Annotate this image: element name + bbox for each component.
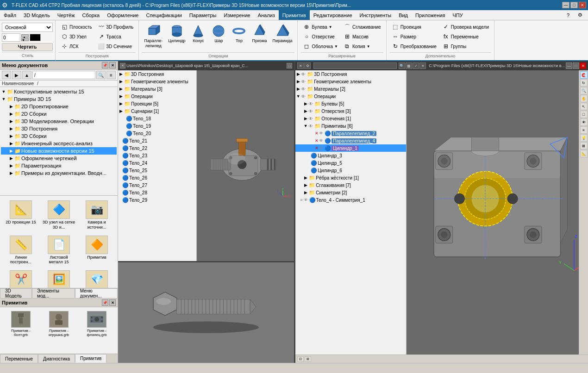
expand-icon[interactable]: ▶ [8,163,14,168]
right-vp-search[interactable] [313,62,397,69]
3dsection-button[interactable]: ⬜ 3D Сечение [95,42,136,51]
prism-button[interactable]: Призма [250,22,269,45]
menu-file[interactable]: Файл [0,10,20,20]
expand-icon[interactable]: ▶ [8,126,14,131]
tree-item[interactable]: ▶ 📁 2D Проектирование [1,103,117,110]
tree-item[interactable]: 🔵 Тело_24 [118,159,196,167]
tree-item[interactable]: ▶ 📁 Оформление чертежей [1,155,117,162]
minimize-button[interactable]: — [562,2,569,8]
thumb-2dproj[interactable]: 📐 2D проекции 15 [3,199,39,232]
right-vp-tree[interactable]: ▶ 👁 📁 3D Построения ▶ 👁 📁 Геометрические… [295,70,407,354]
menu-help[interactable]: ? [563,12,573,19]
fillet-button[interactable]: ⌒ Сглаживание [341,22,383,31]
thumb-faces[interactable]: ✂️ Разделение граней [3,268,39,288]
tree-item[interactable]: ▶ 📁 3D Построения [118,70,196,78]
nav-forward-button[interactable]: ▶ [12,71,21,79]
vp-zoom-icon[interactable]: 🔍 [580,87,588,94]
primitiv-pin-icon[interactable]: 📌 [102,299,108,306]
num-up[interactable]: ▲ [21,34,29,37]
nav-up-button[interactable]: ▲ [22,71,31,79]
pyramid-button[interactable]: Пирамида [270,22,294,45]
vp-left-close-icon[interactable]: ✕ [120,63,125,68]
tree-item[interactable]: ▶ 👁 📁 Отсечения [1] [295,115,406,122]
vp-pan-icon[interactable]: ✋ [580,95,588,102]
list-view-button[interactable]: ≡ [106,71,116,79]
cone-button[interactable]: Конус [188,22,208,45]
shell-button[interactable]: ◻ Оболочка ▼ [300,42,340,51]
tab-elements[interactable]: Элементы мод... [32,288,75,298]
search-button[interactable]: 🔍 [96,71,106,79]
tree-item[interactable]: ▶ 📁 Геометрические элементы [118,78,196,85]
vp-box-icon[interactable]: □ [580,111,588,118]
expand-icon[interactable]: ▶ [8,155,14,161]
tree-item[interactable]: ▶ 📁 Симметрии [2] [295,189,406,196]
vp-left-max-icon[interactable]: □ [287,63,292,68]
vp-right-close-icon[interactable]: ✕ [580,62,586,69]
expand-icon[interactable]: ▶ [8,141,14,146]
tree-item[interactable]: ▶ 📁 Сглаживания [7] [295,181,406,189]
tree-item[interactable]: 🔵 Тело_29 [118,196,196,204]
left-vp-tree[interactable]: ▶ 📁 3D Построения ▶ 📁 Геометрические эле… [118,70,197,261]
tree-item[interactable]: ▶ 📁 Операции [118,93,196,100]
menu-specs[interactable]: Спецификации [142,10,185,20]
tree-item[interactable]: ▼ 📁 Конструктивные элементы 15 [1,88,117,95]
vp-close-icon[interactable]: ✕ [297,62,304,69]
vp-filter-icon[interactable]: ▦ [406,62,412,69]
primitiv-bolt[interactable]: Примитив - болт.grb [3,310,39,338]
vp-layers-icon[interactable]: ≡ [580,126,588,134]
trace-button[interactable]: ↗ Трасса [95,32,136,41]
thumb-camera[interactable]: 📷 Камера и источни... [79,199,115,232]
vp-measure-icon[interactable]: 📐 [580,150,588,157]
array-button[interactable]: ⊞ Массив [341,32,383,41]
thumb-sheet-metal[interactable]: 📄 Листовой металл 15 [41,234,77,267]
num-input[interactable] [2,33,20,42]
expand-icon[interactable]: ▶ [8,104,14,109]
tree-item[interactable]: ▶ 📁 Примеры из документации. Вводн... [1,169,117,177]
torus-button[interactable]: Тор [229,22,249,45]
menu-settings[interactable]: ⚙ [574,11,586,19]
draw-button[interactable]: Чертить [2,43,53,51]
tab-menu-docs[interactable]: Меню докумен... [75,288,118,298]
3dnode-button[interactable]: ⬡ 3D Узел [58,32,94,41]
vp-layout-btn2[interactable]: ⊞ [305,356,311,362]
maximize-button[interactable]: □ [570,2,578,8]
tree-item[interactable]: 🔵 Тело_21 [118,137,196,144]
tree-item[interactable]: ▶ 📁 3D Построения [1,125,117,132]
vp-section-icon[interactable]: ⊠ [580,142,588,149]
expand-icon[interactable]: ▶ [8,148,14,154]
close-button[interactable]: ✕ [579,2,586,8]
expand-icon[interactable]: ▼ [1,96,6,102]
tree-item[interactable]: ▶ 📁 Проекции [5] [118,100,196,107]
tab-primitiv[interactable]: Примитив [75,354,106,363]
lcs-button[interactable]: ⊹ ЛСК [58,42,94,51]
hole-button[interactable]: ○ Отверстие [300,32,340,41]
tree-item[interactable]: ▼ 👁 📁 Операции [295,93,406,100]
tree-item[interactable]: 🔵 Тело_27 [118,181,196,189]
box-button[interactable]: Паралле-лепипед [142,22,165,50]
variables-button[interactable]: fx Переменные [440,32,491,41]
tree-item[interactable]: ▶ 📁 Материалы [3] [118,85,196,93]
vp-x-icon[interactable]: ✕ [419,62,426,69]
menu-drawing[interactable]: Чертёж [54,10,79,20]
expand-icon[interactable]: ▶ [8,170,14,176]
expand-icon[interactable]: ▶ [8,133,14,139]
tree-item[interactable]: 🔵 Тело_26 [118,174,196,181]
3d-viewport-flange[interactable]: Z X Y 🧲 ↻ 🔍 [407,70,588,354]
vp-rotate-icon[interactable]: ↻ [580,79,588,87]
vp-check-icon[interactable]: ✓ [413,62,419,69]
sphere-button[interactable]: Шар [209,22,228,45]
check-model-button[interactable]: ✓ Проверка модели [440,22,491,31]
menu-view[interactable]: Вид [395,10,412,20]
cylinder-button[interactable]: Цилиндр [166,22,188,45]
tree-item[interactable]: ✕ 👁 🔵 Параллелепипед_2 [295,130,406,137]
thumb-3dnode[interactable]: 🔷 3D узел на сетке 3D и... [41,199,77,232]
panel-close-icon[interactable]: ✕ [109,62,116,68]
tree-item[interactable]: ✕ 👁 🔵 Параллелепипед_4 [295,137,406,144]
tree-item[interactable]: ▶ 📁 Инженерный экспресс-анализ [1,140,117,147]
nav-path-input[interactable] [32,71,95,79]
menu-primitive[interactable]: Примитив [279,10,310,20]
left-tree[interactable]: ▼ 📁 Конструктивные элементы 15 ▼ 📁 Приме… [0,87,118,195]
copy-button[interactable]: ⧉ Копия ▼ [341,42,383,51]
tree-item[interactable]: ▶ 📁 Параметризация [1,162,117,169]
vp-select-icon[interactable]: ↖ [580,103,588,110]
